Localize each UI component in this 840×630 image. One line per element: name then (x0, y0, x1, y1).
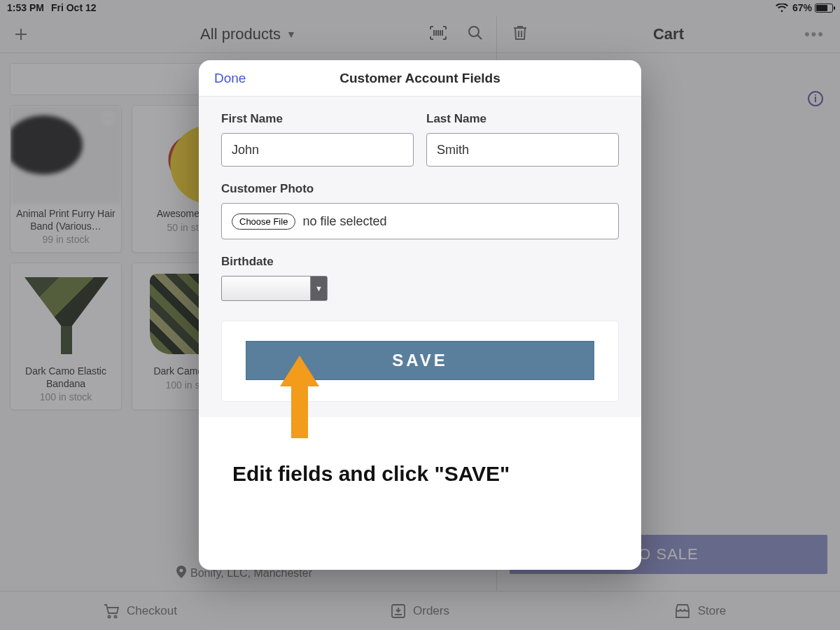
customer-fields-modal: Done Customer Account Fields First Name … (199, 60, 641, 570)
modal-title: Customer Account Fields (340, 71, 500, 86)
first-name-label: First Name (221, 112, 414, 126)
file-status-text: no file selected (302, 214, 386, 229)
last-name-input[interactable] (426, 133, 619, 167)
annotation-caption: Edit fields and click "SAVE" (232, 462, 510, 486)
birthdate-label: Birthdate (221, 255, 619, 269)
first-name-input[interactable] (221, 133, 414, 167)
customer-photo-input[interactable]: Choose File no file selected (221, 203, 619, 239)
done-button[interactable]: Done (214, 71, 246, 86)
last-name-label: Last Name (426, 112, 619, 126)
annotation-arrow-icon (280, 356, 319, 437)
birthdate-select[interactable]: ▼ (221, 276, 328, 301)
customer-photo-label: Customer Photo (221, 182, 619, 196)
chevron-down-icon: ▼ (310, 276, 327, 300)
choose-file-button[interactable]: Choose File (232, 214, 295, 230)
